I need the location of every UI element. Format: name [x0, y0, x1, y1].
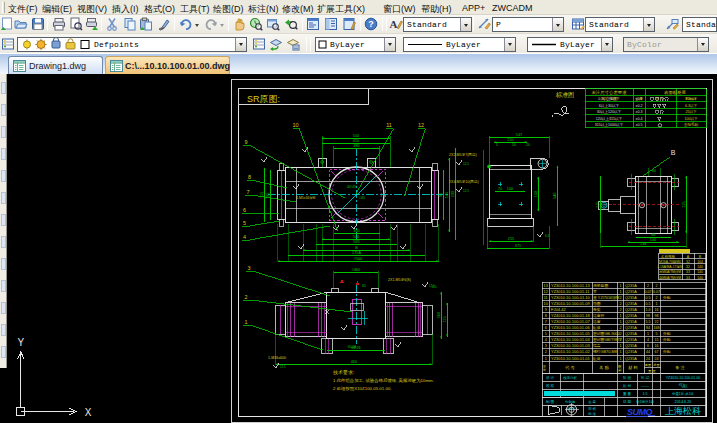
svg-text:1: 1: [656, 302, 658, 306]
svg-text:YZ4010.10.100.01-18: YZ4010.10.100.01-18: [551, 313, 590, 318]
svg-text:YZ3010.10.100.01-03: YZ3010.10.100.01-03: [551, 343, 590, 348]
svg-text:104: 104: [697, 260, 703, 264]
svg-text:总M6A/7M排M: 总M6A/7M排M: [658, 270, 681, 274]
svg-text:±0.1: ±0.1: [636, 97, 643, 101]
svg-text:6以上30以下: 6以上30以下: [599, 104, 620, 108]
svg-text:YZ3010.10.100.01-06: YZ3010.10.100.01-06: [551, 325, 590, 330]
svg-text:145: 145: [445, 192, 449, 198]
svg-text:4: 4: [243, 234, 246, 240]
svg-text:1: 1: [619, 290, 621, 294]
svg-text:136: 136: [640, 242, 646, 246]
svg-text:4: 4: [545, 338, 547, 342]
svg-text:J-16A/BA-17弹M: J-16A/BA-17弹M: [657, 265, 683, 269]
svg-text:0.07: 0.07: [645, 290, 652, 294]
svg-text:序号: 序号: [543, 364, 547, 371]
svg-text:SUMO: SUMO: [627, 407, 652, 417]
svg-text:1: 1: [619, 344, 621, 348]
svg-text:表面粗糙度: 表面粗糙度: [664, 90, 687, 95]
svg-text:10: 10: [544, 302, 548, 306]
svg-text:2014.6.20: 2014.6.20: [675, 400, 692, 404]
svg-text:螺钉GB70-M8: 螺钉GB70-M8: [593, 349, 617, 354]
svg-text:1.此件组合加工, 试验合格后镀铬, 高频淬硬为10mm.: 1.此件组合加工, 试验合格后镀铬, 高频淬硬为10mm.: [333, 378, 434, 384]
svg-text:名称规格: 名称规格: [661, 254, 676, 259]
svg-text:6.3以下: 6.3以下: [685, 104, 698, 108]
svg-text:制 图: 制 图: [546, 400, 555, 404]
svg-text:565: 565: [353, 240, 359, 244]
svg-text:±0.2: ±0.2: [636, 104, 643, 108]
svg-text:B: B: [671, 149, 676, 156]
svg-text:315以上1000以下: 315以上1000以下: [595, 123, 624, 127]
svg-text:Q235A: Q235A: [625, 284, 637, 288]
svg-text:12.5: 12.5: [280, 365, 286, 369]
svg-text:67: 67: [655, 350, 659, 354]
svg-text:标 记: 标 记: [640, 375, 650, 380]
svg-text:22: 22: [655, 320, 659, 324]
svg-text:材 料: 材 料: [627, 365, 638, 371]
svg-text:60: 60: [652, 169, 656, 173]
svg-text:250: 250: [507, 138, 513, 142]
svg-text:密封圈GB/T9877: 密封圈GB/T9877: [593, 337, 622, 342]
svg-text:16: 16: [655, 344, 659, 348]
svg-text:33: 33: [686, 270, 690, 274]
svg-text:0.5以上6以下: 0.5以上6以下: [598, 97, 620, 101]
svg-text:比 例: 比 例: [623, 384, 632, 388]
svg-text:0.07: 0.07: [653, 290, 660, 294]
svg-text:YZ3010.10.100.01-11: YZ3010.10.100.01-11: [551, 289, 590, 294]
svg-text:2X4-M5深10(两边): 2X4-M5深10(两边): [449, 179, 479, 184]
svg-text:密封圈GB-9000: 密封圈GB-9000: [593, 331, 620, 336]
svg-text:32: 32: [686, 260, 690, 264]
svg-text:20: 20: [526, 143, 530, 147]
svg-text:8: 8: [248, 174, 251, 180]
svg-text:0.5: 0.5: [646, 296, 651, 300]
svg-text:2: 2: [656, 296, 658, 300]
svg-text:140: 140: [697, 276, 703, 280]
svg-text:设 计: 设 计: [546, 375, 555, 380]
svg-text:1: 1: [619, 357, 621, 361]
svg-text:Q235A: Q235A: [625, 344, 637, 348]
svg-text:Q235A: Q235A: [625, 314, 637, 318]
svg-text:500: 500: [353, 235, 359, 239]
svg-text:4: 4: [647, 338, 649, 342]
svg-text:重 量: 重 量: [648, 369, 656, 373]
svg-text:YZ3010.10.100-01.10: YZ3010.10.100-01.10: [551, 295, 590, 300]
svg-text:1.0: 1.0: [646, 308, 651, 312]
svg-text:未注尺寸公差要求: 未注尺寸公差要求: [591, 90, 627, 95]
svg-text:168: 168: [654, 326, 660, 330]
svg-text:先创体: 先创体: [565, 400, 576, 404]
svg-text:6.3: 6.3: [545, 234, 550, 238]
svg-text:挡圈: 挡圈: [592, 301, 601, 306]
svg-text:骨架: 骨架: [593, 307, 601, 312]
svg-text:上海松科: 上海松科: [665, 406, 701, 416]
svg-text:547: 547: [516, 133, 522, 137]
svg-text:座 YZ/7016排M: 座 YZ/7016排M: [593, 295, 619, 300]
svg-text:5: 5: [243, 220, 246, 226]
svg-text:Q235A: Q235A: [625, 326, 637, 330]
svg-text:Q235A: Q235A: [625, 296, 637, 300]
svg-text:Q235A: Q235A: [625, 302, 637, 306]
svg-text:#45: #45: [359, 196, 365, 200]
svg-text:数量: 数量: [618, 364, 622, 372]
svg-text:98: 98: [655, 314, 659, 318]
svg-text:2: 2: [619, 296, 621, 300]
svg-text:1: 1: [619, 350, 621, 354]
svg-text:360: 360: [437, 312, 441, 318]
svg-text:缸体: 缸体: [593, 356, 601, 361]
svg-text:24: 24: [655, 357, 659, 361]
svg-text:13: 13: [544, 284, 548, 288]
svg-text:0.5: 0.5: [646, 302, 651, 306]
svg-text:Q235A: Q235A: [625, 308, 637, 312]
svg-text:YZ3010.10.100.01-07: YZ3010.10.100.01-07: [551, 319, 590, 324]
svg-text:2: 2: [244, 294, 247, 300]
svg-text:份量1张-共1张: 份量1张-共1张: [672, 392, 694, 396]
svg-text:32: 32: [686, 265, 690, 269]
svg-text:外购: 外购: [663, 337, 671, 342]
svg-text:X: X: [85, 407, 92, 418]
svg-text:YZ3010.10.100.01-04: YZ3010.10.100.01-04: [551, 337, 590, 342]
svg-text:Q235A: Q235A: [625, 332, 637, 336]
svg-text:460: 460: [351, 360, 357, 364]
svg-text:450: 450: [353, 139, 359, 143]
svg-text:气缸: 气缸: [678, 383, 688, 388]
svg-text:2: 2: [656, 284, 658, 288]
svg-text:40°45': 40°45': [347, 185, 357, 189]
svg-text:活塞杆: 活塞杆: [593, 313, 605, 318]
